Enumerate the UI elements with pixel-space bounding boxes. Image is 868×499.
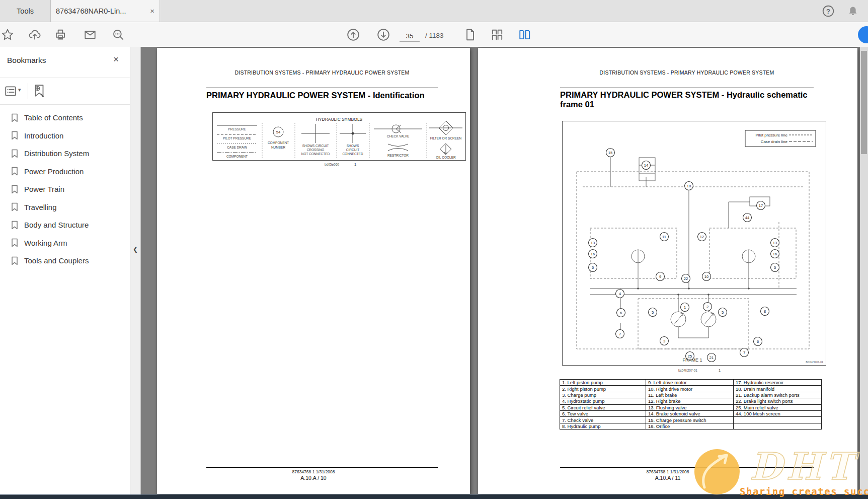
section-title-line2: frame 01: [560, 100, 822, 109]
tab-bar: Tools 87634768NAR0-Lin... × ?: [0, 0, 868, 22]
bookmark-flag-icon: [11, 131, 18, 140]
table-row: 1. Left piston pump9. Left drive motor17…: [560, 380, 822, 386]
bookmark-item[interactable]: Power Train: [0, 180, 130, 198]
bookmarks-panel-title: Bookmarks: [7, 56, 46, 65]
find-bookmark-icon[interactable]: [32, 84, 46, 99]
svg-text:16: 16: [773, 252, 777, 256]
svg-text:CASE DRAIN: CASE DRAIN: [227, 146, 247, 149]
table-row: 7. Check valve15. Charge pressure switch: [560, 417, 822, 423]
footer-page-id: A.10.A / 11: [478, 475, 857, 481]
svg-text:NUMBER: NUMBER: [271, 146, 285, 149]
footer-rule: [560, 467, 814, 468]
table-row: 3. Charge pump11. Left brake21. Backup a…: [560, 392, 822, 398]
panel-rail: ❮: [130, 47, 141, 499]
legend-case-label: Case drain line: [761, 139, 788, 144]
two-page-view-icon[interactable]: [518, 28, 531, 41]
collapse-panel-icon[interactable]: ❮: [131, 244, 139, 255]
svg-text:9: 9: [659, 274, 661, 279]
svg-text:21: 21: [709, 355, 714, 360]
bookmark-item[interactable]: Tools and Couplers: [0, 252, 130, 270]
footer-doc-id: 87634768 1 1/31/2008: [157, 469, 470, 474]
svg-text:CHECK VALVE: CHECK VALVE: [387, 134, 410, 138]
figure-corner-code: BC04H207-01: [806, 361, 823, 364]
running-header: DISTRIBUTION SYSTEMS - PRIMARY HYDRAULIC…: [560, 69, 814, 76]
bookmark-item[interactable]: Travelling: [0, 198, 130, 217]
table-row: 5. Circuit relief valve13. Flushing valv…: [560, 404, 822, 410]
print-icon[interactable]: [54, 28, 67, 41]
svg-text:10: 10: [704, 274, 708, 279]
user-avatar[interactable]: [858, 26, 868, 43]
svg-text:CROSSING: CROSSING: [307, 148, 325, 152]
bookmark-item-label: Travelling: [24, 203, 56, 211]
svg-text:COMPONENT: COMPONENT: [268, 141, 289, 145]
svg-text:SHOWS CIRCUIT: SHOWS CIRCUIT: [302, 144, 329, 148]
previous-page-icon[interactable]: [347, 28, 360, 41]
svg-text:5: 5: [774, 265, 776, 270]
bookmark-item[interactable]: Table of Contents: [0, 109, 130, 127]
svg-text:13: 13: [773, 241, 777, 245]
running-header: DISTRIBUTION SYSTEMS - PRIMARY HYDRAULIC…: [206, 69, 438, 76]
bookmark-item[interactable]: Introduction: [0, 127, 130, 145]
parts-table-body: 1. Left piston pump9. Left drive motor17…: [560, 380, 822, 430]
svg-text:6: 6: [620, 311, 622, 315]
favorites-star-icon[interactable]: [1, 28, 14, 41]
bookmark-item[interactable]: Distribution System: [0, 145, 130, 163]
figure-code: bc04h207-01: [678, 369, 697, 372]
svg-text:PILOT PRESSURE: PILOT PRESSURE: [223, 136, 252, 140]
next-page-icon[interactable]: [377, 28, 390, 41]
page-number-input[interactable]: [400, 30, 420, 42]
acrobat-window: Tools 87634768NAR0-Lin... × ?: [0, 0, 868, 499]
svg-text:CIRCUIT: CIRCUIT: [346, 148, 359, 152]
scrollbar-thumb[interactable]: [861, 51, 867, 154]
svg-text:5: 5: [592, 265, 594, 270]
bookmark-flag-icon: [11, 113, 18, 122]
bookmark-item[interactable]: Power Production: [0, 163, 130, 181]
organize-pages-icon[interactable]: [491, 28, 504, 41]
vertical-scrollbar[interactable]: [860, 47, 868, 499]
svg-text:RESTRICTOR: RESTRICTOR: [387, 154, 409, 157]
document-area[interactable]: DISTRIBUTION SYSTEMS - PRIMARY HYDRAULIC…: [141, 47, 868, 499]
svg-text:12: 12: [700, 235, 704, 239]
svg-text:OIL COOLER: OIL COOLER: [436, 156, 456, 159]
cloud-upload-icon[interactable]: [28, 28, 41, 41]
svg-text:NOT CONNECTED: NOT CONNECTED: [301, 152, 330, 156]
chevron-down-icon[interactable]: ▾: [18, 87, 21, 93]
notification-bell-icon[interactable]: [847, 5, 859, 17]
bookmark-item-label: Body and Structure: [24, 221, 89, 229]
bookmark-item-label: Distribution System: [24, 149, 89, 158]
bookmark-item-label: Power Train: [24, 185, 64, 193]
email-icon[interactable]: [84, 28, 97, 41]
zoom-options-icon[interactable]: [112, 28, 125, 41]
close-tab-icon[interactable]: ×: [150, 7, 154, 15]
svg-text:FILTER OR SCREEN: FILTER OR SCREEN: [430, 136, 462, 140]
hydraulic-symbols-figure: HYDRAULIC SYMBOLS PRESSURE PILOT PRESSUR…: [212, 112, 466, 161]
title-rule: [206, 88, 438, 88]
svg-text:11: 11: [662, 235, 666, 239]
svg-text:PRESSURE: PRESSURE: [228, 127, 246, 131]
bookmark-item[interactable]: Working Arm: [0, 234, 130, 252]
svg-text:14: 14: [644, 163, 648, 168]
svg-text:?: ?: [826, 7, 830, 15]
help-icon[interactable]: ?: [822, 5, 835, 18]
svg-text:4: 4: [619, 292, 621, 296]
tab-document[interactable]: 87634768NAR0-Lin... ×: [50, 0, 160, 22]
bookmark-item-label: Tools and Couplers: [24, 256, 89, 265]
single-page-view-icon[interactable]: [463, 28, 477, 41]
bottom-bar: [0, 494, 868, 499]
svg-text:8: 8: [764, 309, 766, 314]
bookmark-item-label: Power Production: [24, 167, 84, 176]
table-row: 4. Hydrostatic pump12. Right brake22. Br…: [560, 398, 822, 404]
bookmarks-panel: Bookmarks × ▾ Table of ContentsIntr: [0, 47, 130, 499]
tab-tools[interactable]: Tools: [0, 0, 50, 22]
svg-text:7: 7: [619, 332, 621, 336]
table-row: 8. Hydraulic pump16. Orifice: [560, 423, 822, 429]
close-panel-icon[interactable]: ×: [113, 54, 119, 65]
svg-text:7: 7: [743, 350, 745, 355]
bookmark-options-icon[interactable]: [4, 85, 17, 98]
section-title: PRIMARY HYDRAULIC POWER SYSTEM - Identif…: [206, 91, 448, 100]
bookmark-item-label: Introduction: [24, 131, 63, 140]
legend-pilot-label: Pilot pressure line: [755, 133, 787, 137]
svg-text:2: 2: [706, 305, 708, 309]
svg-text:13: 13: [591, 241, 595, 245]
bookmark-item[interactable]: Body and Structure: [0, 216, 130, 234]
